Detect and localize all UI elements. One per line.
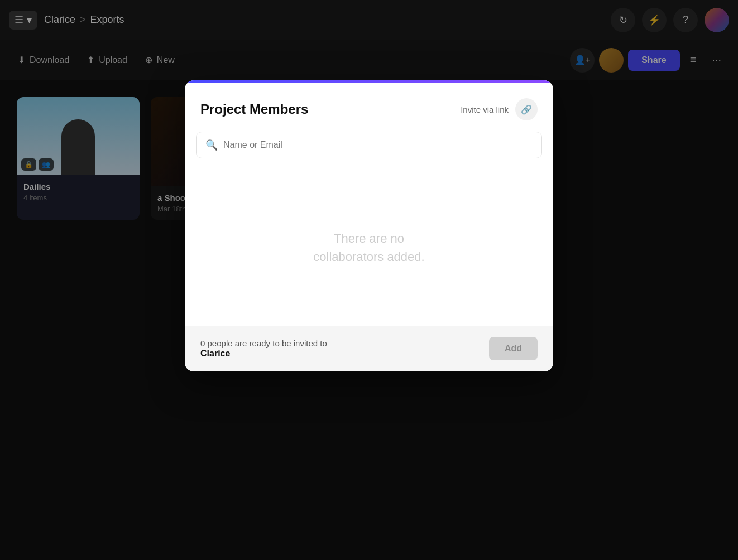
modal-search: 🔍	[185, 132, 553, 170]
footer-info: 0 people are ready to be invited to Clar…	[200, 339, 327, 359]
member-search-input[interactable]	[223, 140, 533, 150]
modal-footer: 0 people are ready to be invited to Clar…	[185, 326, 553, 371]
modal-header: Project Members Invite via link 🔗	[185, 83, 553, 132]
footer-project-name: Clarice	[200, 349, 230, 358]
link-icon: 🔗	[521, 104, 532, 115]
search-input-wrapper: 🔍	[196, 132, 542, 158]
modal-title: Project Members	[200, 102, 454, 117]
footer-invite-text: 0 people are ready to be invited to	[200, 339, 327, 348]
empty-state-text: There are no collaborators added.	[313, 229, 424, 266]
add-button[interactable]: Add	[489, 337, 538, 360]
modal-overlay[interactable]: Project Members Invite via link 🔗 🔍 Ther…	[0, 0, 738, 560]
empty-line2: collaborators added.	[313, 250, 424, 264]
modal-body: There are no collaborators added.	[185, 170, 553, 326]
invite-link-label: Invite via link	[461, 105, 509, 114]
invite-via-link-button[interactable]: Invite via link	[461, 105, 509, 114]
copy-link-button[interactable]: 🔗	[515, 98, 538, 120]
empty-line1: There are no	[334, 231, 404, 245]
search-icon: 🔍	[205, 139, 218, 151]
project-members-modal: Project Members Invite via link 🔗 🔍 Ther…	[185, 80, 553, 371]
